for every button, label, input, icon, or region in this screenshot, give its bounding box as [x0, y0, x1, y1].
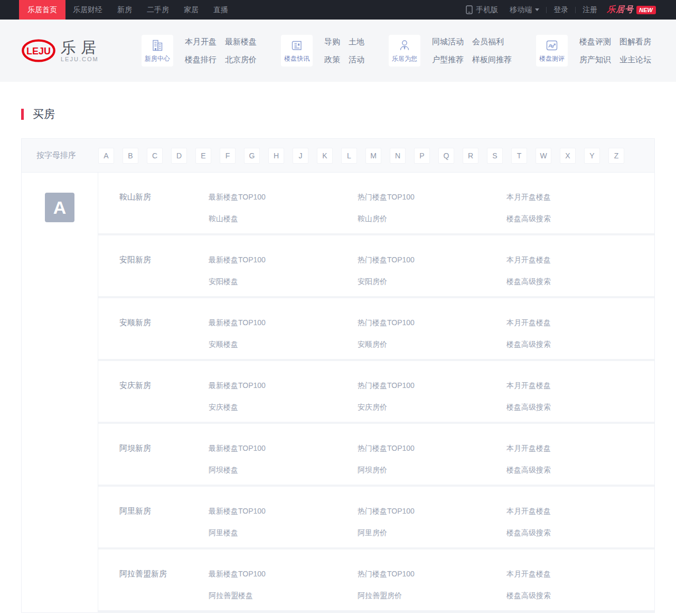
letter-filter-button[interactable]: A	[98, 148, 114, 164]
month-opening-link[interactable]: 本月开盘楼盘	[506, 443, 551, 453]
city-loupan-link[interactable]: 阿坝楼盘	[209, 465, 358, 475]
advanced-search-link[interactable]: 楼盘高级搜索	[506, 465, 551, 475]
city-loupan-link[interactable]: 阿里楼盘	[209, 527, 358, 538]
nav-link[interactable]: 同城活动	[432, 37, 464, 47]
letter-filter-button[interactable]: R	[463, 148, 478, 164]
city-price-link[interactable]: 阿里房价	[358, 527, 506, 538]
city-link[interactable]: 安阳新房	[119, 254, 209, 296]
advanced-search-link[interactable]: 楼盘高级搜索	[506, 590, 551, 601]
city-price-link[interactable]: 鞍山房价	[358, 213, 506, 224]
letter-filter-button[interactable]: Q	[438, 148, 454, 164]
month-opening-link[interactable]: 本月开盘楼盘	[506, 380, 551, 391]
nav-link[interactable]: 户型推荐	[432, 55, 464, 65]
city-link[interactable]: 安庆新房	[119, 380, 209, 422]
hot-top100-link[interactable]: 热门楼盘TOP100	[358, 443, 506, 453]
register-link[interactable]: 注册	[583, 5, 597, 15]
city-price-link[interactable]: 阿拉善盟房价	[358, 590, 506, 601]
nav-link[interactable]: 楼盘排行	[185, 55, 217, 65]
nav-link[interactable]: 政策	[324, 55, 340, 65]
nav-link[interactable]: 房产知识	[579, 55, 611, 65]
letter-filter-button[interactable]: F	[220, 148, 236, 164]
nav-link[interactable]: 业主论坛	[619, 55, 651, 65]
letter-filter-button[interactable]: H	[268, 148, 284, 164]
month-opening-link[interactable]: 本月开盘楼盘	[506, 317, 551, 328]
city-link[interactable]: 阿里新房	[119, 506, 209, 547]
month-opening-link[interactable]: 本月开盘楼盘	[506, 506, 551, 516]
letter-filter-button[interactable]: S	[487, 148, 503, 164]
nav-link[interactable]: 样板间推荐	[472, 55, 512, 65]
letter-filter-button[interactable]: T	[511, 148, 527, 164]
advanced-search-link[interactable]: 楼盘高级搜索	[506, 213, 551, 224]
letter-filter-button[interactable]: C	[147, 148, 163, 164]
advanced-search-link[interactable]: 楼盘高级搜索	[506, 402, 551, 412]
city-link[interactable]: 安顺新房	[119, 317, 209, 359]
month-opening-link[interactable]: 本月开盘楼盘	[506, 254, 551, 265]
hot-top100-link[interactable]: 热门楼盘TOP100	[358, 568, 506, 579]
letter-filter-button[interactable]: X	[560, 148, 576, 164]
top-nav-item[interactable]: 二手房	[147, 5, 169, 15]
nav-link[interactable]: 本月开盘	[185, 37, 217, 47]
nav-link[interactable]: 导购	[324, 37, 340, 47]
latest-top100-link[interactable]: 最新楼盘TOP100	[209, 192, 358, 202]
hot-top100-link[interactable]: 热门楼盘TOP100	[358, 317, 506, 328]
latest-top100-link[interactable]: 最新楼盘TOP100	[209, 506, 358, 516]
letter-filter-button[interactable]: G	[244, 148, 260, 164]
xinfang-center-card[interactable]: 新房中心	[142, 35, 173, 67]
loupan-kuaixun-card[interactable]: 楼盘快讯	[281, 35, 313, 67]
city-price-link[interactable]: 安庆房价	[358, 402, 506, 412]
login-link[interactable]: 登录	[553, 5, 568, 15]
nav-link[interactable]: 图解看房	[619, 37, 651, 47]
advanced-search-link[interactable]: 楼盘高级搜索	[506, 339, 551, 349]
advanced-search-link[interactable]: 楼盘高级搜索	[506, 276, 551, 287]
hot-top100-link[interactable]: 热门楼盘TOP100	[358, 254, 506, 265]
top-nav-item[interactable]: 乐居财经	[73, 5, 102, 15]
city-price-link[interactable]: 安顺房价	[358, 339, 506, 349]
latest-top100-link[interactable]: 最新楼盘TOP100	[209, 443, 358, 453]
letter-filter-button[interactable]: D	[171, 148, 187, 164]
top-nav-item[interactable]: 直播	[213, 5, 228, 15]
city-price-link[interactable]: 安阳房价	[358, 276, 506, 287]
top-nav-item[interactable]: 家居	[184, 5, 199, 15]
month-opening-link[interactable]: 本月开盘楼盘	[506, 568, 551, 579]
lejuhao-link[interactable]: 乐居号 NEW	[607, 4, 656, 15]
city-loupan-link[interactable]: 鞍山楼盘	[209, 213, 358, 224]
city-link[interactable]: 鞍山新房	[119, 192, 209, 233]
nav-link[interactable]: 土地	[349, 37, 364, 47]
city-loupan-link[interactable]: 安阳楼盘	[209, 276, 358, 287]
latest-top100-link[interactable]: 最新楼盘TOP100	[209, 380, 358, 391]
city-loupan-link[interactable]: 阿拉善盟楼盘	[209, 590, 358, 601]
letter-filter-button[interactable]: K	[317, 148, 333, 164]
latest-top100-link[interactable]: 最新楼盘TOP100	[209, 254, 358, 265]
latest-top100-link[interactable]: 最新楼盘TOP100	[209, 568, 358, 579]
letter-filter-button[interactable]: J	[293, 148, 308, 164]
letter-filter-button[interactable]: B	[123, 148, 138, 164]
leju-logo[interactable]: LEJU 乐居 LEJU.COM	[21, 39, 120, 63]
mobile-dropdown[interactable]: 移动端	[510, 5, 539, 15]
nav-link[interactable]: 最新楼盘	[225, 37, 257, 47]
city-loupan-link[interactable]: 安庆楼盘	[209, 402, 358, 412]
hot-top100-link[interactable]: 热门楼盘TOP100	[358, 192, 506, 202]
hot-top100-link[interactable]: 热门楼盘TOP100	[358, 380, 506, 391]
leju-weinin-card[interactable]: 乐居为您	[389, 35, 420, 67]
loupan-ceping-card[interactable]: 楼盘测评	[536, 35, 568, 67]
letter-filter-button[interactable]: Z	[608, 148, 624, 164]
nav-link[interactable]: 活动	[349, 55, 364, 65]
letter-filter-button[interactable]: Y	[584, 148, 600, 164]
nav-link[interactable]: 北京房价	[225, 55, 257, 65]
letter-filter-button[interactable]: M	[365, 148, 381, 164]
letter-filter-button[interactable]: W	[536, 148, 551, 164]
letter-filter-button[interactable]: N	[390, 148, 406, 164]
mobile-version-link[interactable]: 手机版	[466, 5, 498, 15]
month-opening-link[interactable]: 本月开盘楼盘	[506, 192, 551, 202]
city-loupan-link[interactable]: 安顺楼盘	[209, 339, 358, 349]
letter-filter-button[interactable]: E	[195, 148, 211, 164]
nav-leju-home[interactable]: 乐居首页	[19, 0, 65, 20]
latest-top100-link[interactable]: 最新楼盘TOP100	[209, 317, 358, 328]
letter-filter-button[interactable]: P	[414, 148, 430, 164]
nav-link[interactable]: 会员福利	[472, 37, 512, 47]
top-nav-item[interactable]: 新房	[117, 5, 132, 15]
city-price-link[interactable]: 阿坝房价	[358, 465, 506, 475]
city-link[interactable]: 阿拉善盟新房	[119, 568, 209, 610]
hot-top100-link[interactable]: 热门楼盘TOP100	[358, 506, 506, 516]
city-link[interactable]: 阿坝新房	[119, 443, 209, 485]
